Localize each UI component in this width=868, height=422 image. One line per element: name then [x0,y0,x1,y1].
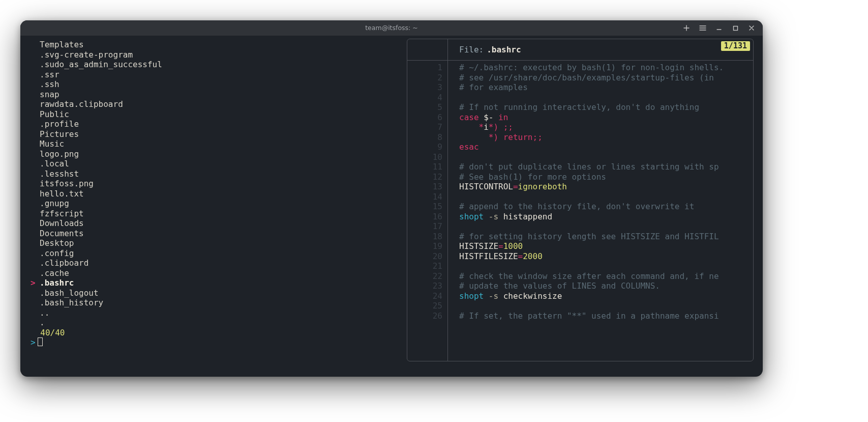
code-line: esac [459,142,753,152]
line-number: 3 [407,82,442,93]
list-item[interactable]: .bash_logout [31,288,397,298]
selection-marker [31,248,40,259]
list-item-name: snap [40,90,59,99]
list-item[interactable]: .config [31,248,397,259]
list-item[interactable]: .cache [31,268,397,278]
code-line: # ~/.bashrc: executed by bash(1) for non… [459,63,753,73]
list-item[interactable]: .svg-create-program [31,50,397,60]
list-item[interactable]: Downloads [31,218,397,229]
fzf-listing[interactable]: Templates .svg-create-program .sudo_as_a… [31,40,397,348]
terminal-body[interactable]: Templates .svg-create-program .sudo_as_a… [20,36,763,377]
line-number: 20 [407,251,442,262]
list-item[interactable]: Pictures [31,129,397,139]
selection-marker [31,70,40,80]
selection-marker [31,90,40,100]
list-item-name: .bashrc [40,278,74,288]
list-item[interactable]: .profile [31,119,397,129]
gutter-header [407,39,448,60]
list-item-name: .cache [40,268,69,278]
terminal-window: team@itsfoss: ~ [20,20,763,377]
list-item[interactable]: hello.txt [31,189,397,199]
code-line [459,192,753,202]
list-item[interactable]: .gnupg [31,199,397,209]
list-item[interactable]: snap [31,90,397,100]
list-item[interactable]: .ssh [31,79,397,90]
code-line: shopt -s checkwinsize [459,291,753,301]
list-item[interactable]: rawdata.clipboard [31,99,397,109]
list-item-name: .config [40,248,74,258]
selection-marker [31,268,40,278]
list-item-name: Desktop [40,238,74,248]
list-item-name: .profile [40,119,79,129]
list-item-name: .ssr [40,70,59,79]
line-number: 8 [407,132,442,143]
list-item[interactable]: .local [31,159,397,169]
selection-marker [31,238,40,248]
code-line: # If not running interactively, don't do… [459,102,753,112]
selection-marker [31,318,40,328]
list-item-name: .bash_history [40,298,103,307]
maximize-button[interactable] [727,22,743,34]
line-number: 18 [407,232,442,242]
fzf-prompt[interactable]: > [31,337,36,347]
close-button[interactable] [743,22,760,34]
menu-button[interactable] [695,22,711,34]
line-number: 19 [407,241,442,251]
selection-marker [31,139,40,149]
list-item[interactable]: .lesshst [31,169,397,179]
list-item[interactable]: fzfscript [31,209,397,219]
selection-marker [31,189,40,199]
selection-marker [31,218,40,229]
code-line: # don't put duplicate lines or lines sta… [459,162,753,172]
minimize-button[interactable] [711,22,727,34]
list-item[interactable]: itsfoss.png [31,179,397,189]
line-number: 23 [407,281,442,291]
line-number: 16 [407,212,442,222]
line-number: 5 [407,102,442,112]
line-number: 1 [407,63,442,73]
list-item[interactable]: .bash_history [31,298,397,308]
code-line [459,261,753,271]
list-item-name: . [40,318,45,327]
list-item-name: Public [40,109,69,119]
code-line [459,93,753,103]
list-item-name: .bash_logout [40,288,99,298]
code-line: # append to the history file, don't over… [459,202,753,212]
preview-pane: 1/131 File: .bashrc 12345678910111213141… [407,39,754,361]
list-item[interactable]: >.bashrc [31,278,397,288]
selection-marker [31,99,40,109]
code-line: # If set, the pattern "**" used in a pat… [459,311,753,321]
list-item-name: .local [40,159,69,168]
svg-rect-0 [733,26,737,30]
code-line: *) return;; [459,132,753,143]
list-item[interactable]: .. [31,308,397,318]
list-item[interactable]: Public [31,109,397,120]
list-item[interactable]: .clipboard [31,258,397,268]
line-number: 26 [407,311,442,321]
selection-marker [31,258,40,268]
selection-marker [31,129,40,139]
list-item[interactable]: Music [31,139,397,149]
list-item-name: itsfoss.png [40,179,94,188]
selection-marker [31,60,40,70]
selection-marker: > [31,278,40,288]
list-item-name: hello.txt [40,189,84,199]
selection-marker [31,288,40,298]
list-item[interactable]: .sudo_as_admin_successful [31,60,397,70]
list-item-name: rawdata.clipboard [40,99,123,109]
list-item-name: .svg-create-program [40,50,133,60]
new-tab-button[interactable] [678,22,695,34]
code-line: HISTCONTROL=ignoreboth [459,182,753,192]
line-gutter: 1234567891011121314151617181920212223242… [407,61,448,361]
list-item[interactable]: logo.png [31,149,397,159]
list-item[interactable]: Templates [31,40,397,50]
list-item-name: Documents [40,229,84,238]
window-title: team@itsfoss: ~ [365,23,418,33]
selection-marker [31,199,40,209]
list-item[interactable]: Desktop [31,238,397,248]
code-view[interactable]: # ~/.bashrc: executed by bash(1) for non… [448,61,753,361]
list-item[interactable]: . [31,318,397,328]
list-item[interactable]: .ssr [31,70,397,80]
list-item[interactable]: Documents [31,229,397,239]
selection-marker [31,229,40,239]
